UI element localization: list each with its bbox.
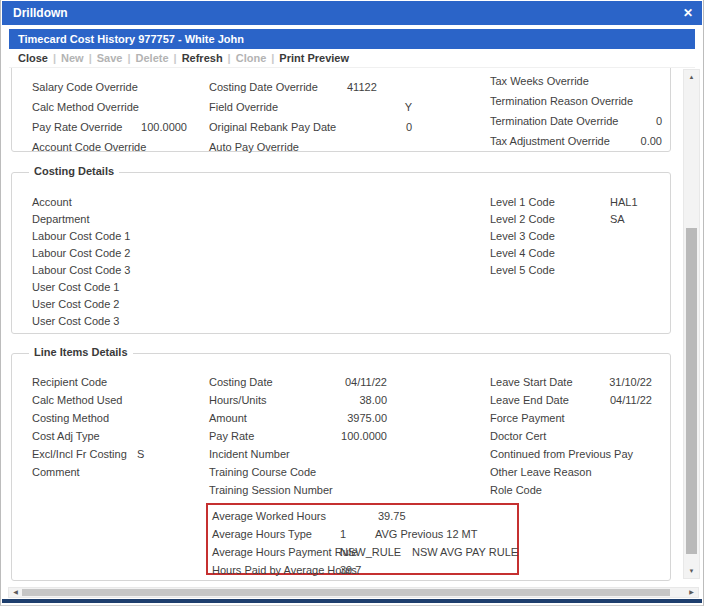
average-hours-highlight-box: Average Worked Hours39.75 Average Hours … xyxy=(206,503,519,575)
close-icon[interactable]: ✕ xyxy=(680,5,696,21)
field-doctor-cert: Doctor Cert xyxy=(490,427,652,445)
field-level-2-code: Level 2 CodeSA xyxy=(490,210,662,227)
horizontal-scrollbar-thumb[interactable] xyxy=(22,589,670,596)
field-hours-units: Hours/Units38.00 xyxy=(209,391,387,409)
field-labour-cost-code-3: Labour Cost Code 3 xyxy=(32,261,232,278)
field-account-code-override: Account Code Override xyxy=(32,137,187,157)
toolbar-separator: | xyxy=(127,52,130,64)
field-training-session-number: Training Session Number xyxy=(209,481,387,499)
field-field-override: Field OverrideY xyxy=(209,97,412,117)
scroll-up-icon[interactable]: ▲ xyxy=(684,70,699,84)
field-calc-method-used: Calc Method Used xyxy=(32,391,182,409)
close-button[interactable]: Close xyxy=(18,50,48,67)
new-button: New xyxy=(61,50,84,67)
record-header: Timecard Cost History 977757 - White Joh… xyxy=(9,29,695,49)
scroll-down-icon[interactable]: ▼ xyxy=(684,564,699,578)
field-hours-paid-by-average-hours: Hours Paid by Average Hours39.7 xyxy=(212,561,517,579)
field-costing-method: Costing Method xyxy=(32,409,182,427)
toolbar: Close|New|Save|Delete|Refresh|Clone|Prin… xyxy=(9,50,695,68)
field-user-cost-code-2: User Cost Code 2 xyxy=(32,295,232,312)
field-cost-adj-type: Cost Adj Type xyxy=(32,427,182,445)
field-role-code: Role Code xyxy=(490,481,652,499)
clone-button: Clone xyxy=(236,50,267,67)
field-account: Account xyxy=(32,193,232,210)
dialog-titlebar: Drilldown ✕ xyxy=(2,1,702,25)
field-average-worked-hours: Average Worked Hours39.75 xyxy=(212,507,517,525)
field-salary-code-override: Salary Code Override xyxy=(32,77,187,97)
field-costing-date-override: Costing Date Override41122 xyxy=(209,77,412,97)
toolbar-separator: | xyxy=(89,52,92,64)
field-leave-end-date: Leave End Date04/11/22 xyxy=(490,391,652,409)
field-other-leave-reason: Other Leave Reason xyxy=(490,463,652,481)
field-continued-from-previous-pay: Continued from Previous Pay xyxy=(490,445,652,463)
field-average-hours-payment-rule: Average Hours Payment RuleNSW_RULENSW AV… xyxy=(212,543,517,561)
horizontal-scrollbar[interactable]: ◀ ▶ xyxy=(8,587,699,598)
drilldown-dialog: Drilldown ✕ Timecard Cost History 977757… xyxy=(0,0,704,606)
field-labour-cost-code-1: Labour Cost Code 1 xyxy=(32,227,232,244)
field-recipient-code: Recipient Code xyxy=(32,373,182,391)
refresh-button[interactable]: Refresh xyxy=(182,50,223,67)
field-auto-pay-override: Auto Pay Override xyxy=(209,137,412,157)
field-termination-date-override: Termination Date Override0 xyxy=(490,111,662,131)
field-labour-cost-code-2: Labour Cost Code 2 xyxy=(32,244,232,261)
field-level-5-code: Level 5 Code xyxy=(490,261,662,278)
dialog-title: Drilldown xyxy=(13,6,68,20)
save-button: Save xyxy=(97,50,123,67)
field-training-course-code: Training Course Code xyxy=(209,463,387,481)
scroll-right-icon[interactable]: ▶ xyxy=(686,588,697,597)
field-department: Department xyxy=(32,210,232,227)
toolbar-separator: | xyxy=(53,52,56,64)
field-level-4-code: Level 4 Code xyxy=(490,244,662,261)
field-tax-weeks-override: Tax Weeks Override xyxy=(490,71,662,91)
costing-details-legend: Costing Details xyxy=(29,165,119,177)
field-level-3-code: Level 3 Code xyxy=(490,227,662,244)
field-tax-adjustment-override: Tax Adjustment Override0.00 xyxy=(490,131,662,151)
field-leave-start-date: Leave Start Date31/10/22 xyxy=(490,373,652,391)
print-preview-button[interactable]: Print Preview xyxy=(279,50,349,67)
field-pay-rate: Pay Rate100.0000 xyxy=(209,427,387,445)
record-title: Timecard Cost History 977757 - White Joh… xyxy=(18,33,244,45)
field-level-1-code: Level 1 CodeHAL1 xyxy=(490,193,662,210)
toolbar-separator: | xyxy=(271,52,274,64)
vertical-scrollbar-thumb[interactable] xyxy=(686,228,697,554)
form-scroll-area: Salary Code Override Calc Method Overrid… xyxy=(7,68,699,587)
field-calc-method-override: Calc Method Override xyxy=(32,97,187,117)
vertical-scrollbar[interactable]: ▲ ▼ xyxy=(683,69,700,579)
field-pay-rate-override: Pay Rate Override100.0000 xyxy=(32,117,187,137)
overrides-section: Salary Code Override Calc Method Overrid… xyxy=(11,68,671,152)
line-items-details-section: Line Items Details Recipient Code Calc M… xyxy=(11,353,671,581)
toolbar-separator: | xyxy=(174,52,177,64)
field-incident-number: Incident Number xyxy=(209,445,387,463)
line-items-details-legend: Line Items Details xyxy=(29,346,133,358)
field-average-hours-type: Average Hours Type1AVG Previous 12 MT xyxy=(212,525,517,543)
toolbar-separator: | xyxy=(228,52,231,64)
field-force-payment: Force Payment xyxy=(490,409,652,427)
field-termination-reason-override: Termination Reason Override xyxy=(490,91,662,111)
dialog-bottom-border xyxy=(2,599,702,603)
costing-details-section: Costing Details Account Department Labou… xyxy=(11,172,671,334)
field-comment: Comment xyxy=(32,463,182,481)
delete-button: Delete xyxy=(136,50,169,67)
field-amount: Amount3975.00 xyxy=(209,409,387,427)
field-user-cost-code-1: User Cost Code 1 xyxy=(32,278,232,295)
field-costing-date: Costing Date04/11/22 xyxy=(209,373,387,391)
field-original-rebank-pay-date: Original Rebank Pay Date0 xyxy=(209,117,412,137)
scroll-left-icon[interactable]: ◀ xyxy=(10,588,21,597)
field-excl-incl-fr-costing: Excl/Incl Fr CostingS xyxy=(32,445,182,463)
field-user-cost-code-3: User Cost Code 3 xyxy=(32,312,232,329)
